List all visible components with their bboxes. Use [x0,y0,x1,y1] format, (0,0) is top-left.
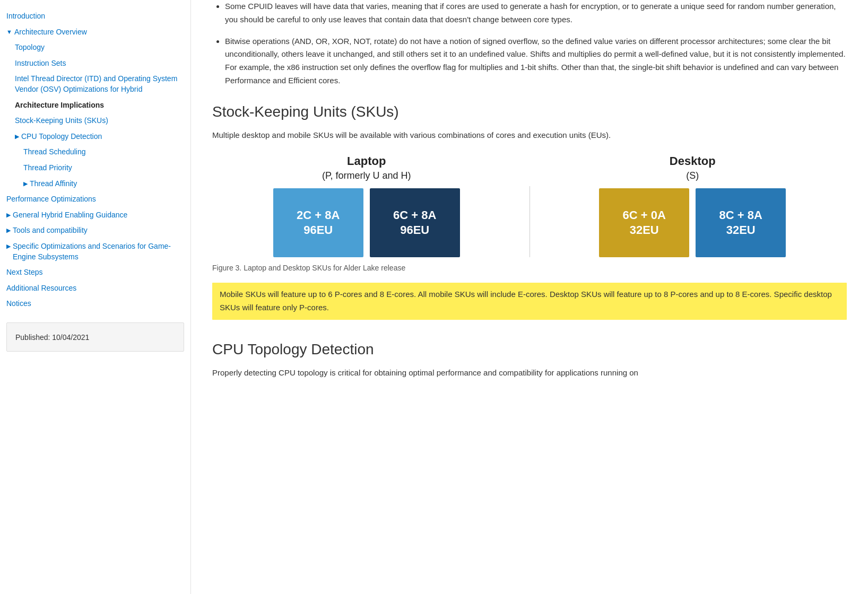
sidebar-label-architecture-implications: Architecture Implications [15,100,104,111]
sidebar-label-thread-scheduling: Thread Scheduling [23,147,86,158]
laptop-sku-2: 6C + 8A96EU [370,188,460,257]
sidebar-item-instruction-sets[interactable]: Instruction Sets [0,56,190,72]
laptop-group: Laptop (P, formerly U and H) 2C + 8A96EU… [212,154,521,257]
chevron-thread-affinity [23,180,28,188]
cpu-topology-intro: Properly detecting CPU topology is criti… [212,366,847,380]
bullet-item-1: Bitwise operations (AND, OR, XOR, NOT, r… [225,35,847,88]
highlight-box: Mobile SKUs will feature up to 6 P-cores… [212,283,847,320]
laptop-sku-boxes: 2C + 8A96EU 6C + 8A96EU [273,188,460,257]
sidebar-label-performance-optimizations: Performance Optimizations [6,194,96,205]
laptop-title: Laptop (P, formerly U and H) [322,154,411,182]
sidebar-item-introduction[interactable]: Introduction [0,8,190,24]
published-label: Published: 10/04/2021 [15,333,89,342]
sidebar-item-general-hybrid-enabling[interactable]: General Hybrid Enabling Guidance [0,207,190,223]
chevron-specific-optimizations [6,242,11,250]
sidebar-label-instruction-sets: Instruction Sets [15,58,66,69]
desktop-sku-boxes: 6C + 0A32EU 8C + 8A32EU [599,188,786,257]
sku-title: Stock-Keeping Units (SKUs) [212,103,847,120]
sidebar-item-performance-optimizations[interactable]: Performance Optimizations [0,191,190,207]
sidebar-label-topology: Topology [15,42,45,53]
main-content: Some CPUID leaves will have data that va… [191,0,868,594]
sidebar-item-thread-priority[interactable]: Thread Priority [0,160,190,176]
sidebar-label-introduction: Introduction [6,11,45,22]
desktop-sku-2: 8C + 8A32EU [696,188,786,257]
sidebar-item-tools-compatibility[interactable]: Tools and compatibility [0,223,190,239]
sidebar-item-notices[interactable]: Notices [0,296,190,312]
chevron-cpu-topology-detection [15,133,19,141]
laptop-sku-1: 2C + 8A96EU [273,188,363,257]
sku-intro: Multiple desktop and mobile SKUs will be… [212,129,847,142]
bullet-item-0: Some CPUID leaves will have data that va… [225,0,847,27]
sidebar-label-cpu-topology-detection: CPU Topology Detection [21,132,102,142]
chevron-architecture-overview [6,28,12,36]
sidebar-item-next-steps[interactable]: Next Steps [0,265,190,281]
published-box: Published: 10/04/2021 [6,322,184,352]
desktop-title: Desktop (S) [670,154,716,182]
sidebar-item-topology[interactable]: Topology [0,40,190,56]
cpu-topology-title: CPU Topology Detection [212,341,847,358]
sidebar-item-architecture-implications[interactable]: Architecture Implications [0,98,190,113]
desktop-group: Desktop (S) 6C + 0A32EU 8C + 8A32EU [539,154,847,257]
chevron-general-hybrid-enabling [6,211,11,219]
sku-diagram: Laptop (P, formerly U and H) 2C + 8A96EU… [212,154,847,257]
sidebar-label-stock-keeping-units: Stock-Keeping Units (SKUs) [15,116,108,126]
sidebar-label-next-steps: Next Steps [6,267,42,278]
nav-list: IntroductionArchitecture OverviewTopolog… [0,8,190,312]
desktop-sku-1: 6C + 0A32EU [599,188,689,257]
sidebar-item-intel-thread-director[interactable]: Intel Thread Director (ITD) and Operatin… [0,71,190,97]
sidebar-label-architecture-overview: Architecture Overview [14,27,87,38]
sidebar-item-cpu-topology-detection[interactable]: CPU Topology Detection [0,129,190,145]
sidebar-item-thread-affinity[interactable]: Thread Affinity [0,176,190,192]
sidebar-item-specific-optimizations[interactable]: Specific Optimizations and Scenarios for… [0,239,190,265]
cpu-topology-section: CPU Topology Detection Properly detectin… [212,341,847,380]
sku-divider [530,186,530,257]
chevron-tools-compatibility [6,226,11,234]
sidebar: IntroductionArchitecture OverviewTopolog… [0,0,191,594]
sidebar-item-stock-keeping-units[interactable]: Stock-Keeping Units (SKUs) [0,113,190,129]
bullet-list: Some CPUID leaves will have data that va… [212,0,847,88]
sidebar-label-general-hybrid-enabling: General Hybrid Enabling Guidance [13,210,127,221]
sidebar-label-notices: Notices [6,299,31,309]
sidebar-label-thread-affinity: Thread Affinity [30,179,77,189]
sidebar-item-architecture-overview[interactable]: Architecture Overview [0,24,190,40]
sidebar-label-thread-priority: Thread Priority [23,163,72,173]
sidebar-label-additional-resources: Additional Resources [6,283,76,294]
sidebar-label-tools-compatibility: Tools and compatibility [13,225,88,236]
sidebar-item-thread-scheduling[interactable]: Thread Scheduling [0,144,190,160]
sidebar-label-specific-optimizations: Specific Optimizations and Scenarios for… [13,241,182,262]
sidebar-item-additional-resources[interactable]: Additional Resources [0,281,190,296]
sku-section: Stock-Keeping Units (SKUs) Multiple desk… [212,103,847,320]
sidebar-label-intel-thread-director: Intel Thread Director (ITD) and Operatin… [15,74,182,94]
figure-caption: Figure 3. Laptop and Desktop SKUs for Al… [212,264,847,272]
